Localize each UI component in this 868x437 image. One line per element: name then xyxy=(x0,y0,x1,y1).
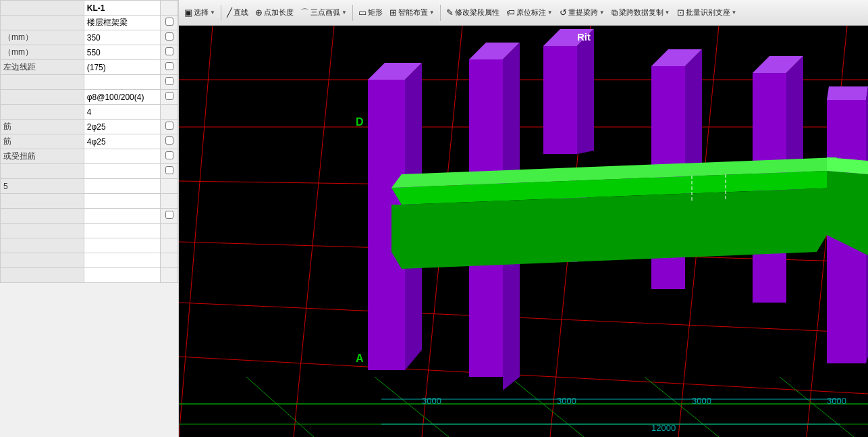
arc-button[interactable]: ⌒ 三点画弧 ▼ xyxy=(298,5,350,20)
copy-span-data-button[interactable]: ⧉ 梁跨数据复制 ▼ xyxy=(609,6,673,20)
prop-label: 5 xyxy=(1,179,84,194)
table-row xyxy=(1,238,178,253)
modify-props-button[interactable]: ✎ 修改梁段属性 xyxy=(443,6,502,19)
properties-table: KL-1 楼层框架梁 （mm） 350 （mm） 550 左边线距 (175) xyxy=(0,0,178,283)
prop-checkbox[interactable] xyxy=(165,122,173,130)
arc-label: 三点画弧 xyxy=(310,7,340,18)
prop-checkbox-cell[interactable] xyxy=(161,134,178,149)
line-label: 直线 xyxy=(234,7,248,18)
table-row xyxy=(1,253,178,268)
prop-checkbox-cell xyxy=(161,238,178,253)
prop-checkbox-cell[interactable] xyxy=(161,164,178,179)
prop-checkbox-cell[interactable] xyxy=(161,90,178,105)
rit-label: Rit xyxy=(577,31,591,43)
prop-checkbox-cell[interactable] xyxy=(161,120,178,134)
prop-checkbox-cell[interactable] xyxy=(161,45,178,60)
prop-value xyxy=(84,149,160,164)
batch-recognize-support-button[interactable]: ⊡ 批量识别支座 ▼ xyxy=(674,6,740,19)
chevron-down-icon: ▼ xyxy=(732,9,737,16)
batch-recognize-label: 批量识别支座 xyxy=(686,7,730,18)
prop-label xyxy=(1,194,84,209)
prop-label xyxy=(1,164,84,179)
table-row: 左边线距 (175) xyxy=(1,60,178,75)
rect-button[interactable]: ▭ 矩形 xyxy=(356,6,385,19)
table-row xyxy=(1,209,178,224)
chevron-down-icon: ▼ xyxy=(547,9,553,16)
prop-checkbox-cell[interactable] xyxy=(161,16,178,30)
chevron-down-icon: ▼ xyxy=(429,9,435,16)
table-row: （mm） 350 xyxy=(1,30,178,45)
prop-checkbox[interactable] xyxy=(165,32,173,41)
chevron-down-icon: ▼ xyxy=(210,9,215,16)
3d-canvas[interactable]: D A 3000 3000 3000 3000 12000 Rit xyxy=(179,26,868,437)
prop-label: 筋 xyxy=(1,120,84,134)
prop-value: 4 xyxy=(84,105,160,120)
rect-icon: ▭ xyxy=(358,7,367,18)
prop-checkbox-cell[interactable] xyxy=(161,75,178,90)
prop-value: 4φ25 xyxy=(84,134,160,149)
prop-checkbox[interactable] xyxy=(165,166,173,174)
line-button[interactable]: ╱ 直线 xyxy=(224,6,251,19)
prop-label xyxy=(1,90,84,105)
copy-span-label: 梁跨数据复制 xyxy=(619,7,663,18)
dim-3000-3: 3000 xyxy=(692,396,711,406)
separator xyxy=(440,5,441,21)
prop-value: 楼层框架梁 xyxy=(84,16,160,30)
prop-value: 2φ25 xyxy=(84,120,160,134)
table-row: 筋 4φ25 xyxy=(1,134,178,149)
scene-svg: D A 3000 3000 3000 3000 12000 Rit xyxy=(179,26,868,437)
table-row xyxy=(1,75,178,90)
in-situ-label-button[interactable]: 🏷 原位标注 ▼ xyxy=(504,6,555,19)
select-button[interactable]: ▣ 选择 ▼ xyxy=(182,6,218,19)
toolbar: ▣ 选择 ▼ ╱ 直线 ⊕ 点加长度 ⌒ 三点画弧 ▼ ▭ 矩形 ⊞ 智能布置 … xyxy=(179,0,868,26)
prop-value xyxy=(84,238,160,253)
prop-checkbox[interactable] xyxy=(165,77,173,85)
prop-checkbox[interactable] xyxy=(165,151,173,159)
smart-layout-button[interactable]: ⊞ 智能布置 ▼ xyxy=(387,6,437,19)
prop-checkbox-cell xyxy=(161,105,178,120)
point-length-button[interactable]: ⊕ 点加长度 xyxy=(252,6,296,19)
edit-icon: ✎ xyxy=(446,7,454,18)
prop-label: （mm） xyxy=(1,45,84,60)
prop-checkbox-cell[interactable] xyxy=(161,30,178,45)
prop-label xyxy=(1,75,84,90)
prop-value: 550 xyxy=(84,45,160,60)
chevron-down-icon: ▼ xyxy=(665,9,670,16)
re-extract-span-button[interactable]: ↺ 重提梁跨 ▼ xyxy=(557,6,607,19)
batch-icon: ⊡ xyxy=(677,7,684,18)
table-row: φ8@100/200(4) xyxy=(1,90,178,105)
prop-checkbox[interactable] xyxy=(165,62,173,70)
refresh-icon: ↺ xyxy=(560,7,567,18)
prop-value xyxy=(84,194,160,209)
prop-label xyxy=(1,268,84,283)
prop-label xyxy=(1,1,84,16)
prop-checkbox-cell xyxy=(161,253,178,268)
prop-checkbox[interactable] xyxy=(165,47,173,55)
copy-icon: ⧉ xyxy=(612,7,618,18)
prop-label xyxy=(1,16,84,30)
prop-label: 筋 xyxy=(1,134,84,149)
prop-checkbox-cell[interactable] xyxy=(161,60,178,75)
smart-layout-label: 智能布置 xyxy=(398,7,428,18)
prop-value xyxy=(84,179,160,194)
separator xyxy=(221,5,221,21)
column-3a xyxy=(543,46,577,154)
prop-value: φ8@100/200(4) xyxy=(84,90,160,105)
prop-checkbox[interactable] xyxy=(165,18,173,26)
prop-checkbox[interactable] xyxy=(165,211,173,219)
chevron-down-icon: ▼ xyxy=(599,9,605,16)
rect-label: 矩形 xyxy=(368,7,383,18)
prop-label xyxy=(1,105,84,120)
point-length-label: 点加长度 xyxy=(264,7,294,18)
prop-checkbox-cell[interactable] xyxy=(161,209,178,224)
prop-label: 左边线距 xyxy=(1,60,84,75)
prop-checkbox[interactable] xyxy=(165,136,173,145)
prop-value: 350 xyxy=(84,30,160,45)
prop-checkbox-cell xyxy=(161,179,178,194)
chevron-down-icon: ▼ xyxy=(342,9,347,16)
dim-3000-4: 3000 xyxy=(827,396,846,406)
prop-checkbox[interactable] xyxy=(165,92,173,100)
prop-value xyxy=(84,268,160,283)
prop-value xyxy=(84,209,160,224)
prop-checkbox-cell[interactable] xyxy=(161,149,178,164)
